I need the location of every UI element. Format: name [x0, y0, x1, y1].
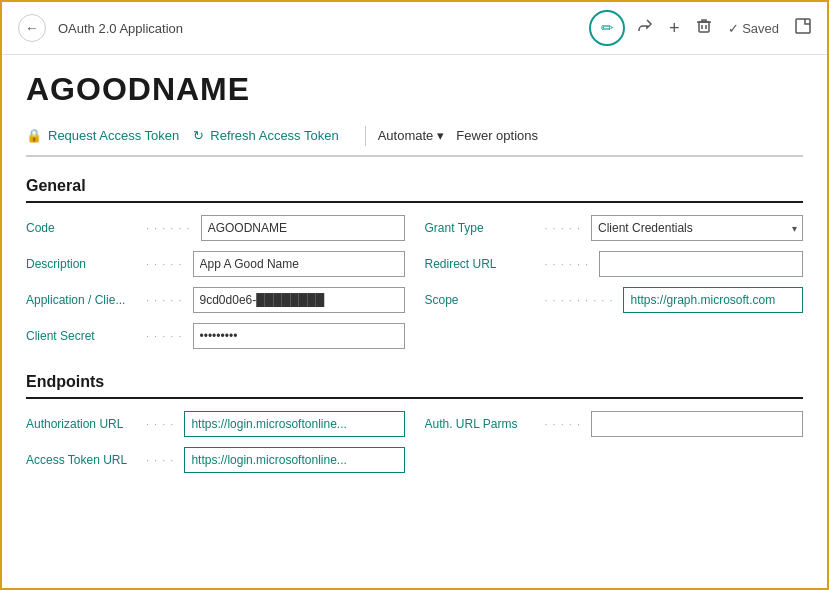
main-window: ← OAuth 2.0 Application ✏ + ✓ Saved	[0, 0, 829, 590]
fewer-options-button[interactable]: Fewer options	[456, 128, 538, 143]
code-input[interactable]	[201, 215, 405, 241]
fewer-options-label: Fewer options	[456, 128, 538, 143]
code-dots: · · · · · ·	[146, 222, 191, 234]
action-divider	[365, 126, 366, 146]
endpoints-fields-grid: Authorization URL · · · · Auth. URL Parm…	[26, 411, 803, 473]
chevron-down-icon: ▾	[437, 128, 444, 143]
page-content: AGOODNAME 🔒 Request Access Token ↻ Refre…	[2, 55, 827, 513]
empty-placeholder	[425, 323, 804, 349]
endpoints-section: Endpoints Authorization URL · · · · Auth…	[26, 373, 803, 473]
header-actions: + ✓ Saved	[637, 18, 811, 39]
lock-icon: 🔒	[26, 128, 42, 143]
redirect-url-label: Redirect URL	[425, 257, 535, 271]
back-icon: ←	[25, 20, 39, 36]
request-access-token-button[interactable]: 🔒 Request Access Token	[26, 124, 193, 147]
access-token-url-dots: · · · ·	[146, 454, 174, 466]
svg-rect-3	[796, 19, 810, 33]
description-label: Description	[26, 257, 136, 271]
grant-type-dots: · · · · ·	[545, 222, 582, 234]
auth-url-parms-input[interactable]	[591, 411, 803, 437]
code-field-row: Code · · · · · ·	[26, 215, 405, 241]
general-section-title: General	[26, 177, 803, 203]
general-fields-grid: Code · · · · · · Grant Type · · · · · Cl…	[26, 215, 803, 349]
edit-button[interactable]: ✏	[589, 10, 625, 46]
grant-type-select[interactable]: Client Credentials	[591, 215, 803, 241]
auth-url-label: Authorization URL	[26, 417, 136, 431]
request-token-label: Request Access Token	[48, 128, 179, 143]
access-token-url-field-row: Access Token URL · · · ·	[26, 447, 405, 473]
auth-url-dots: · · · ·	[146, 418, 174, 430]
refresh-access-token-button[interactable]: ↻ Refresh Access Token	[193, 124, 352, 147]
client-secret-dots: · · · · ·	[146, 330, 183, 342]
edit-icon: ✏	[601, 19, 614, 37]
grant-type-label: Grant Type	[425, 221, 535, 235]
code-label: Code	[26, 221, 136, 235]
automate-button[interactable]: Automate ▾	[378, 124, 457, 147]
app-client-dots: · · · · ·	[146, 294, 183, 306]
share-icon[interactable]	[637, 18, 653, 38]
description-input[interactable]	[193, 251, 405, 277]
auth-url-input[interactable]	[184, 411, 404, 437]
refresh-icon: ↻	[193, 128, 204, 143]
header-bar: ← OAuth 2.0 Application ✏ + ✓ Saved	[2, 2, 827, 55]
auth-url-parms-field-row: Auth. URL Parms · · · · ·	[425, 411, 804, 437]
expand-icon[interactable]	[795, 18, 811, 38]
endpoints-section-title: Endpoints	[26, 373, 803, 399]
description-field-row: Description · · · · ·	[26, 251, 405, 277]
scope-input[interactable]	[623, 287, 803, 313]
page-title: AGOODNAME	[26, 71, 803, 108]
description-dots: · · · · ·	[146, 258, 183, 270]
grant-type-field-row: Grant Type · · · · · Client Credentials …	[425, 215, 804, 241]
scope-dots: · · · · · · · · ·	[545, 294, 614, 306]
svg-rect-0	[699, 22, 709, 32]
general-section: General Code · · · · · · Grant Type · · …	[26, 177, 803, 349]
redirect-url-field-row: Redirect URL · · · · · ·	[425, 251, 804, 277]
saved-status: ✓ Saved	[728, 21, 779, 36]
empty-placeholder-2	[425, 447, 804, 473]
client-secret-input[interactable]	[193, 323, 405, 349]
action-bar: 🔒 Request Access Token ↻ Refresh Access …	[26, 124, 803, 157]
automate-label: Automate	[378, 128, 434, 143]
add-icon[interactable]: +	[669, 18, 680, 39]
auth-url-parms-label: Auth. URL Parms	[425, 417, 535, 431]
redirect-url-dots: · · · · · ·	[545, 258, 590, 270]
app-client-input[interactable]	[193, 287, 405, 313]
delete-icon[interactable]	[696, 18, 712, 38]
refresh-token-label: Refresh Access Token	[210, 128, 338, 143]
client-secret-field-row: Client Secret · · · · ·	[26, 323, 405, 349]
auth-url-field-row: Authorization URL · · · ·	[26, 411, 405, 437]
grant-type-select-wrapper: Client Credentials ▾	[591, 215, 803, 241]
scope-field-row: Scope · · · · · · · · ·	[425, 287, 804, 313]
access-token-url-label: Access Token URL	[26, 453, 136, 467]
app-client-label: Application / Clie...	[26, 293, 136, 307]
redirect-url-input[interactable]	[599, 251, 803, 277]
scope-label: Scope	[425, 293, 535, 307]
client-secret-label: Client Secret	[26, 329, 136, 343]
access-token-url-input[interactable]	[184, 447, 404, 473]
app-client-field-row: Application / Clie... · · · · ·	[26, 287, 405, 313]
back-button[interactable]: ←	[18, 14, 46, 42]
auth-url-parms-dots: · · · · ·	[545, 418, 582, 430]
app-type-label: OAuth 2.0 Application	[58, 21, 577, 36]
